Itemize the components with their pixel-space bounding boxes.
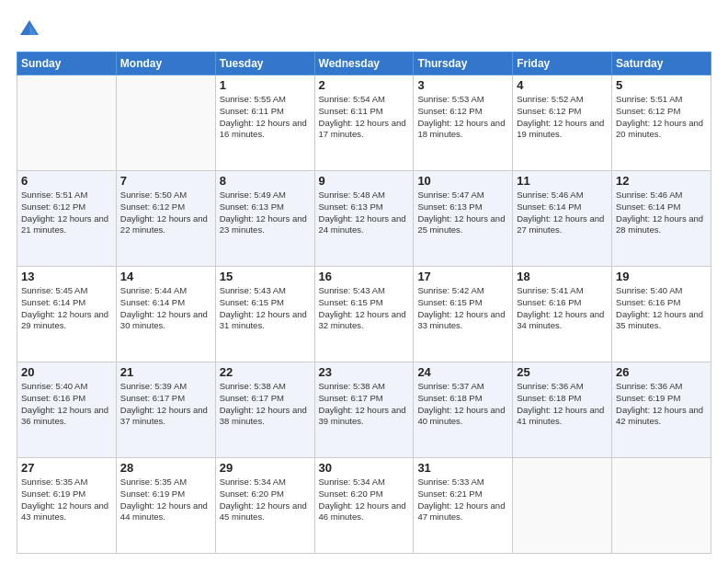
day-info: Sunrise: 5:49 AM Sunset: 6:13 PM Dayligh… — [220, 190, 311, 236]
day-number: 13 — [21, 270, 112, 283]
day-info: Sunrise: 5:52 AM Sunset: 6:12 PM Dayligh… — [517, 94, 608, 141]
calendar-cell — [513, 458, 612, 554]
day-info: Sunrise: 5:40 AM Sunset: 6:16 PM Dayligh… — [21, 381, 112, 428]
calendar-day-header: Tuesday — [215, 52, 314, 75]
calendar-cell: 27Sunrise: 5:35 AM Sunset: 6:19 PM Dayli… — [17, 458, 117, 554]
calendar-cell: 20Sunrise: 5:40 AM Sunset: 6:16 PM Dayli… — [17, 362, 117, 458]
calendar-week-row: 13Sunrise: 5:45 AM Sunset: 6:14 PM Dayli… — [17, 267, 711, 362]
page: SundayMondayTuesdayWednesdayThursdayFrid… — [0, 0, 728, 563]
day-info: Sunrise: 5:36 AM Sunset: 6:19 PM Dayligh… — [616, 381, 707, 428]
calendar-cell: 1Sunrise: 5:55 AM Sunset: 6:11 PM Daylig… — [215, 75, 314, 171]
day-info: Sunrise: 5:38 AM Sunset: 6:17 PM Dayligh… — [319, 381, 410, 428]
calendar-week-row: 20Sunrise: 5:40 AM Sunset: 6:16 PM Dayli… — [17, 362, 711, 458]
calendar-cell: 23Sunrise: 5:38 AM Sunset: 6:17 PM Dayli… — [314, 362, 414, 458]
calendar-cell — [17, 75, 117, 171]
calendar-cell: 12Sunrise: 5:46 AM Sunset: 6:14 PM Dayli… — [612, 171, 711, 267]
day-number: 21 — [120, 365, 211, 379]
day-number: 3 — [417, 78, 508, 92]
calendar-cell: 31Sunrise: 5:33 AM Sunset: 6:21 PM Dayli… — [414, 458, 513, 554]
calendar-cell: 30Sunrise: 5:34 AM Sunset: 6:20 PM Dayli… — [314, 458, 414, 554]
calendar-week-row: 6Sunrise: 5:51 AM Sunset: 6:12 PM Daylig… — [17, 171, 711, 267]
day-number: 26 — [616, 365, 707, 379]
day-number: 14 — [120, 270, 211, 283]
calendar-cell: 4Sunrise: 5:52 AM Sunset: 6:12 PM Daylig… — [513, 75, 612, 171]
logo — [17, 17, 46, 42]
calendar-cell: 7Sunrise: 5:50 AM Sunset: 6:12 PM Daylig… — [116, 171, 215, 267]
calendar-cell: 29Sunrise: 5:34 AM Sunset: 6:20 PM Dayli… — [215, 458, 314, 554]
day-info: Sunrise: 5:50 AM Sunset: 6:12 PM Dayligh… — [120, 190, 211, 236]
day-info: Sunrise: 5:35 AM Sunset: 6:19 PM Dayligh… — [21, 477, 112, 523]
calendar-cell: 6Sunrise: 5:51 AM Sunset: 6:12 PM Daylig… — [17, 171, 117, 267]
calendar-cell: 14Sunrise: 5:44 AM Sunset: 6:14 PM Dayli… — [116, 267, 215, 362]
day-number: 27 — [21, 461, 112, 475]
day-info: Sunrise: 5:44 AM Sunset: 6:14 PM Dayligh… — [120, 285, 211, 332]
calendar-day-header: Friday — [513, 52, 612, 75]
day-info: Sunrise: 5:42 AM Sunset: 6:15 PM Dayligh… — [417, 285, 508, 332]
day-number: 5 — [616, 78, 707, 92]
day-number: 11 — [517, 174, 608, 188]
calendar-cell: 3Sunrise: 5:53 AM Sunset: 6:12 PM Daylig… — [414, 75, 513, 171]
day-info: Sunrise: 5:54 AM Sunset: 6:11 PM Dayligh… — [319, 94, 410, 141]
calendar-cell: 2Sunrise: 5:54 AM Sunset: 6:11 PM Daylig… — [314, 75, 414, 171]
calendar-cell: 19Sunrise: 5:40 AM Sunset: 6:16 PM Dayli… — [612, 267, 711, 362]
day-number: 28 — [120, 461, 211, 475]
day-info: Sunrise: 5:34 AM Sunset: 6:20 PM Dayligh… — [220, 477, 311, 523]
day-info: Sunrise: 5:46 AM Sunset: 6:14 PM Dayligh… — [517, 190, 608, 236]
day-number: 24 — [417, 365, 508, 379]
calendar-day-header: Thursday — [414, 52, 513, 75]
day-info: Sunrise: 5:48 AM Sunset: 6:13 PM Dayligh… — [319, 190, 410, 236]
day-number: 18 — [517, 270, 608, 283]
day-info: Sunrise: 5:53 AM Sunset: 6:12 PM Dayligh… — [417, 94, 508, 141]
day-number: 17 — [417, 270, 508, 283]
calendar-cell: 9Sunrise: 5:48 AM Sunset: 6:13 PM Daylig… — [314, 171, 414, 267]
calendar-cell: 18Sunrise: 5:41 AM Sunset: 6:16 PM Dayli… — [513, 267, 612, 362]
day-info: Sunrise: 5:39 AM Sunset: 6:17 PM Dayligh… — [120, 381, 211, 428]
day-info: Sunrise: 5:33 AM Sunset: 6:21 PM Dayligh… — [417, 477, 508, 523]
day-info: Sunrise: 5:36 AM Sunset: 6:18 PM Dayligh… — [517, 381, 608, 428]
day-number: 25 — [517, 365, 608, 379]
day-number: 4 — [517, 78, 608, 92]
day-number: 30 — [319, 461, 410, 475]
calendar-cell: 26Sunrise: 5:36 AM Sunset: 6:19 PM Dayli… — [612, 362, 711, 458]
calendar-header-row: SundayMondayTuesdayWednesdayThursdayFrid… — [17, 52, 711, 75]
calendar-cell: 15Sunrise: 5:43 AM Sunset: 6:15 PM Dayli… — [215, 267, 314, 362]
calendar-day-header: Wednesday — [314, 52, 414, 75]
day-number: 9 — [319, 174, 410, 188]
day-info: Sunrise: 5:41 AM Sunset: 6:16 PM Dayligh… — [517, 285, 608, 332]
day-number: 6 — [21, 174, 112, 188]
day-number: 31 — [417, 461, 508, 475]
calendar-cell: 8Sunrise: 5:49 AM Sunset: 6:13 PM Daylig… — [215, 171, 314, 267]
day-number: 12 — [616, 174, 707, 188]
calendar-day-header: Sunday — [17, 52, 117, 75]
day-number: 29 — [220, 461, 311, 475]
day-info: Sunrise: 5:51 AM Sunset: 6:12 PM Dayligh… — [21, 190, 112, 236]
day-info: Sunrise: 5:55 AM Sunset: 6:11 PM Dayligh… — [220, 94, 311, 141]
day-number: 2 — [319, 78, 410, 92]
day-info: Sunrise: 5:47 AM Sunset: 6:13 PM Dayligh… — [417, 190, 508, 236]
day-number: 1 — [220, 78, 311, 92]
day-info: Sunrise: 5:37 AM Sunset: 6:18 PM Dayligh… — [417, 381, 508, 428]
calendar-cell — [612, 458, 711, 554]
calendar-cell: 24Sunrise: 5:37 AM Sunset: 6:18 PM Dayli… — [414, 362, 513, 458]
day-info: Sunrise: 5:38 AM Sunset: 6:17 PM Dayligh… — [220, 381, 311, 428]
calendar-cell: 22Sunrise: 5:38 AM Sunset: 6:17 PM Dayli… — [215, 362, 314, 458]
calendar-cell: 11Sunrise: 5:46 AM Sunset: 6:14 PM Dayli… — [513, 171, 612, 267]
calendar-cell: 25Sunrise: 5:36 AM Sunset: 6:18 PM Dayli… — [513, 362, 612, 458]
day-info: Sunrise: 5:46 AM Sunset: 6:14 PM Dayligh… — [616, 190, 707, 236]
calendar-cell: 13Sunrise: 5:45 AM Sunset: 6:14 PM Dayli… — [17, 267, 117, 362]
calendar-table: SundayMondayTuesdayWednesdayThursdayFrid… — [17, 52, 711, 554]
day-number: 8 — [220, 174, 311, 188]
calendar-week-row: 1Sunrise: 5:55 AM Sunset: 6:11 PM Daylig… — [17, 75, 711, 171]
calendar-day-header: Monday — [116, 52, 215, 75]
day-info: Sunrise: 5:43 AM Sunset: 6:15 PM Dayligh… — [319, 285, 410, 332]
day-number: 15 — [220, 270, 311, 283]
day-number: 23 — [319, 365, 410, 379]
day-number: 7 — [120, 174, 211, 188]
calendar-cell — [116, 75, 215, 171]
day-info: Sunrise: 5:45 AM Sunset: 6:14 PM Dayligh… — [21, 285, 112, 332]
calendar-cell: 5Sunrise: 5:51 AM Sunset: 6:12 PM Daylig… — [612, 75, 711, 171]
calendar-cell: 10Sunrise: 5:47 AM Sunset: 6:13 PM Dayli… — [414, 171, 513, 267]
day-info: Sunrise: 5:40 AM Sunset: 6:16 PM Dayligh… — [616, 285, 707, 332]
day-info: Sunrise: 5:51 AM Sunset: 6:12 PM Dayligh… — [616, 94, 707, 141]
day-info: Sunrise: 5:35 AM Sunset: 6:19 PM Dayligh… — [120, 477, 211, 523]
